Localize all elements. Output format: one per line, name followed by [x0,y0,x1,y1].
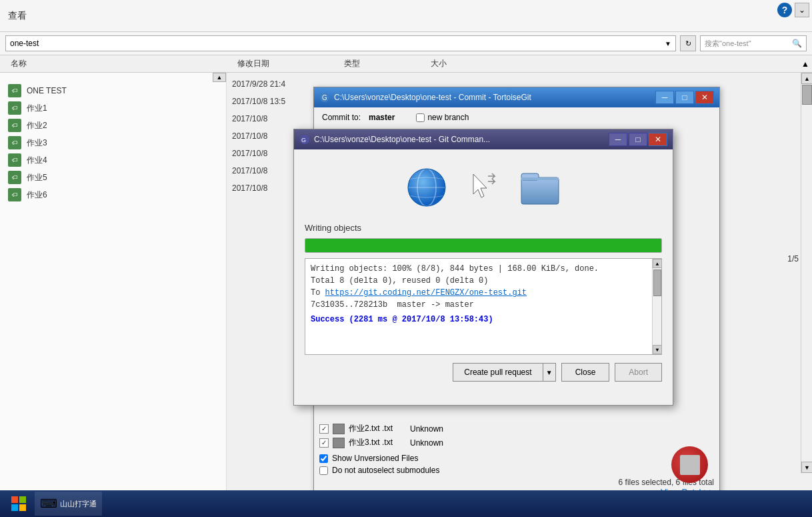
no-autoselect-label: Do not autoselect submodules [332,466,439,475]
col-size-header: 大小 [425,58,492,69]
create-pull-request-group: Create pull request ▼ [453,363,555,382]
svg-rect-9 [521,177,559,204]
commit-maximize-btn[interactable]: □ [675,91,694,104]
git-animation-area [305,157,662,217]
file-name-1: 作业2.txt .txt [349,423,393,434]
scroll-up-btn[interactable]: ▲ [801,73,812,84]
status-text: Writing objects [305,223,361,233]
file-icon-hw5: 🏷 [8,171,21,184]
list-item[interactable]: 🏷 作业1 [0,99,226,117]
taskbar-app-label: 山山打字通 [60,499,97,509]
git-close-btn[interactable]: ✕ [649,133,667,146]
pagination: 1/5 [787,254,799,264]
output-area[interactable]: Writing objects: 100% (8/8), 844 bytes |… [305,258,662,355]
scrollbar-thumb[interactable] [653,270,661,296]
commit-window-title: C:\Users\vonze\Desktop\one-test - Commit… [334,93,651,102]
output-line-2: Total 8 (delta 0), reused 0 (delta 0) [311,275,656,287]
svg-rect-14 [11,504,18,511]
show-unversioned-row[interactable]: Show Unversioned Files [319,454,714,463]
scroll-down-btn[interactable]: ▼ [801,462,812,473]
file-checkbox-1[interactable] [319,424,329,434]
new-branch-checkbox[interactable] [416,113,425,122]
search-bar[interactable]: 搜索"one-test" 🔍 [700,35,807,51]
file-name: 作业3 [27,137,47,149]
git-window-title: C:\Users\vonze\Desktop\one-test - Git Co… [314,135,605,144]
git-command-window: G C:\Users\vonze\Desktop\one-test - Git … [293,129,673,406]
svg-rect-15 [19,504,26,511]
toolbar-view-label[interactable]: 查看 [8,10,27,22]
list-item[interactable]: 🏷 作业6 [0,186,226,203]
col-name-header: 名称 [5,58,232,69]
file-name: ONE TEST [27,86,67,95]
folder-icon [520,169,560,206]
window-help-btn[interactable]: ? [777,3,792,17]
create-pull-request-dropdown-btn[interactable]: ▼ [543,363,556,382]
output-line-3: To https://git.coding.net/FENGZX/one-tes… [311,287,656,299]
refresh-btn[interactable]: ↻ [680,35,696,51]
list-item[interactable]: 🏷 作业3 [0,134,226,151]
file-count-area: 6 files selected, 6 files total [319,478,714,487]
transfer-icon [467,171,500,204]
git-minimize-btn[interactable]: ─ [609,133,627,146]
right-scrollbar[interactable]: ▲ ▼ [801,73,812,473]
no-autoselect-row[interactable]: Do not autoselect submodules [319,466,714,475]
list-item[interactable]: 🏷 作业2 [0,117,226,134]
scrollbar-down-btn[interactable]: ▼ [653,345,662,354]
list-item[interactable]: 🏷 作业5 [0,169,226,186]
file-checkbox-2[interactable] [319,438,329,448]
sidebar-scroll-up[interactable]: ▲ [213,73,226,82]
output-scrollbar[interactable]: ▲ ▼ [652,259,661,354]
tortoisegit-logo [671,446,711,486]
taskbar-start-icon[interactable] [5,492,32,516]
svg-text:G: G [301,137,306,143]
create-pull-request-btn[interactable]: Create pull request [453,363,542,382]
globe-icon [407,167,447,207]
explorer-nav: one-test ▼ ↻ 搜索"one-test" 🔍 [0,32,812,55]
file-type-icon [333,438,345,448]
output-link[interactable]: https://git.coding.net/FENGZX/one-test.g… [325,288,527,298]
commit-close-btn[interactable]: ✕ [695,91,714,104]
commit-options: Show Unversioned Files Do not autoselect… [319,454,714,475]
taskbar: ⌨ 山山打字通 [0,490,812,517]
logo-circle [671,446,708,483]
scrollbar-up-btn[interactable]: ▲ [653,259,662,268]
col-type-header: 类型 [339,58,425,69]
commit-window-icon: G [319,92,330,103]
file-name: 作业4 [27,155,47,166]
list-item[interactable]: 🏷 作业4 [0,151,226,169]
taskbar-app-item[interactable]: ⌨ 山山打字通 [35,492,102,516]
git-maximize-btn[interactable]: □ [629,133,647,146]
commit-to-value: master [369,113,395,122]
pagination-text: 1/5 [787,254,799,264]
file-status-1: Unknown [410,424,443,434]
scroll-thumb[interactable] [802,85,812,105]
commit-window-controls: ─ □ ✕ [655,91,714,104]
show-unversioned-label: Show Unversioned Files [332,454,418,463]
explorer-toolbar: 查看 ? ⌄ [0,0,812,32]
new-branch-checkbox-label[interactable]: new branch [416,113,469,122]
output-success-text: Success (2281 ms @ 2017/10/8 13:58:43) [311,315,493,324]
git-window-icon: G [299,134,310,145]
window-expand-btn[interactable]: ⌄ [795,3,809,17]
git-window-controls: ─ □ ✕ [609,133,667,146]
commit-titlebar: G C:\Users\vonze\Desktop\one-test - Comm… [314,87,719,107]
address-dropdown-btn[interactable]: ▼ [665,40,671,47]
file-icon-hw2: 🏷 [8,119,21,132]
commit-file-row: 作业3.txt .txt Unknown [319,436,714,450]
svg-rect-12 [11,496,18,503]
file-name: 作业6 [27,189,47,201]
list-item[interactable]: 🏷 ONE TEST [0,82,226,99]
output-success-line: Success (2281 ms @ 2017/10/8 13:58:43) [311,314,656,326]
progress-bar-container [305,238,662,253]
show-unversioned-checkbox[interactable] [319,454,328,463]
commit-minimize-btn[interactable]: ─ [655,91,674,104]
abort-btn[interactable]: Abort [615,363,662,382]
close-btn[interactable]: Close [561,363,610,382]
file-icon-hw4: 🏷 [8,153,21,167]
search-icon[interactable]: 🔍 [792,39,802,48]
address-text: one-test [10,39,39,48]
address-bar[interactable]: one-test ▼ [5,35,676,51]
taskbar-app-icon: ⌨ [40,496,57,511]
svg-rect-11 [521,177,559,180]
no-autoselect-checkbox[interactable] [319,466,328,475]
